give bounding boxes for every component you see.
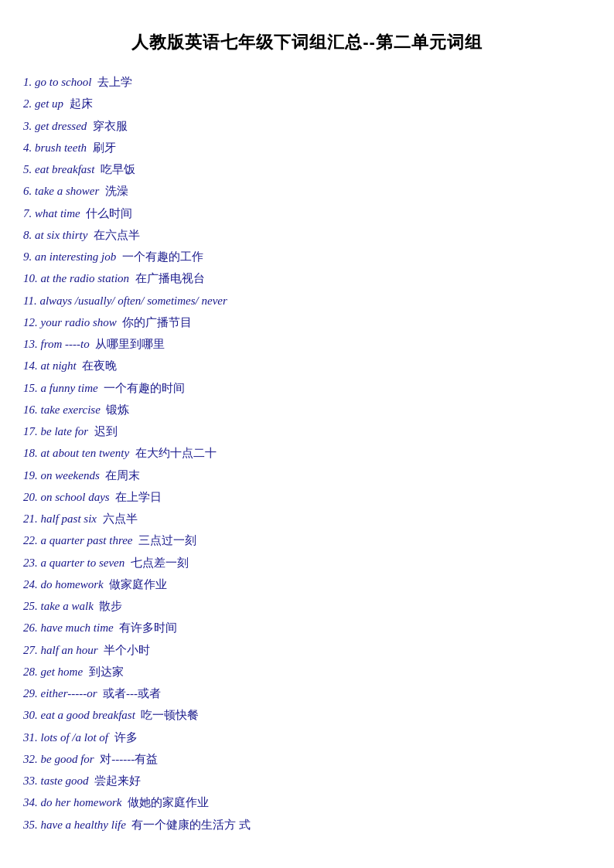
english-text: 31. lots of /a lot of [23, 731, 108, 744]
list-item: 25. take a walk 散步 [23, 595, 591, 617]
english-text: 10. at the radio station [23, 272, 129, 284]
english-text: 18. at about ten twenty [23, 447, 129, 459]
english-text: 34. do her homework [23, 796, 122, 808]
chinese-text: 一个有趣的工作 [122, 250, 203, 263]
list-item: 17. be late for 迟到 [23, 420, 591, 442]
english-text: 23. a quarter to seven [23, 557, 125, 569]
chinese-text: 穿衣服 [93, 120, 128, 132]
chinese-text: 在大约十点二十 [135, 447, 217, 459]
chinese-text: 对------有益 [100, 753, 158, 765]
list-item: 8. at six thirty 在六点半 [23, 224, 591, 246]
chinese-text: 做她的家庭作业 [128, 796, 209, 808]
list-item: 9. an interesting job 一个有趣的工作 [23, 246, 591, 267]
chinese-text: 在六点半 [94, 229, 140, 241]
english-text: 20. on school days [23, 491, 110, 503]
english-text: 27. half an hour [23, 644, 98, 656]
chinese-text: 从哪里到哪里 [95, 338, 165, 350]
list-item: 13. from ----to 从哪里到哪里 [23, 333, 591, 355]
list-item: 32. be good for 对------有益 [23, 748, 591, 770]
english-text: 15. a funny time [23, 382, 98, 394]
list-item: 15. a funny time 一个有趣的时间 [23, 377, 591, 399]
list-item: 5. eat breakfast 吃早饭 [23, 158, 591, 180]
chinese-text: 散步 [99, 600, 122, 612]
chinese-text: 在夜晚 [82, 359, 117, 372]
chinese-text: 去上学 [97, 76, 132, 88]
list-item: 26. have much time 有许多时间 [23, 617, 591, 638]
list-item: 4. brush teeth 刷牙 [23, 137, 591, 158]
list-item: 12. your radio show 你的广播节目 [23, 311, 591, 333]
chinese-text: 什么时间 [86, 207, 132, 220]
list-item: 3. get dressed 穿衣服 [23, 115, 591, 137]
english-text: 21. half past six [23, 512, 97, 525]
vocab-list: 1. go to school 去上学2. get up 起床3. get dr… [23, 71, 591, 836]
list-item: 34. do her homework 做她的家庭作业 [23, 791, 591, 813]
list-item: 6. take a shower 洗澡 [23, 180, 591, 202]
list-item: 7. what time 什么时间 [23, 203, 591, 224]
list-item: 19. on weekends 在周末 [23, 465, 591, 486]
list-item: 20. on school days 在上学日 [23, 486, 591, 508]
chinese-text: 三点过一刻 [138, 534, 196, 546]
chinese-text: 半个小时 [104, 644, 150, 656]
english-text: 16. take exercise [23, 403, 101, 416]
english-text: 2. get up [23, 97, 63, 110]
english-text: 5. eat breakfast [23, 163, 94, 175]
english-text: 32. be good for [23, 753, 94, 765]
list-item: 24. do homework 做家庭作业 [23, 574, 591, 595]
list-item: 33. taste good 尝起来好 [23, 770, 591, 791]
list-item: 14. at night 在夜晚 [23, 355, 591, 376]
english-text: 13. from ----to [23, 338, 90, 350]
english-text: 17. be late for [23, 425, 88, 437]
chinese-text: 刷牙 [93, 141, 116, 154]
list-item: 30. eat a good breakfast 吃一顿快餐 [23, 704, 591, 726]
chinese-text: 迟到 [94, 425, 118, 437]
list-item: 21. half past six 六点半 [23, 508, 591, 529]
english-text: 25. take a walk [23, 600, 94, 612]
list-item: 22. a quarter past three 三点过一刻 [23, 529, 591, 551]
chinese-text: 六点半 [103, 512, 138, 525]
english-text: 9. an interesting job [23, 250, 116, 263]
chinese-text: 在广播电视台 [135, 272, 205, 284]
chinese-text: 或者---或者 [103, 687, 161, 700]
chinese-text: 一个有趣的时间 [104, 382, 185, 394]
list-item: 1. go to school 去上学 [23, 71, 591, 93]
list-item: 27. half an hour 半个小时 [23, 639, 591, 661]
english-text: 26. have much time [23, 621, 114, 634]
english-text: 12. your radio show [23, 316, 117, 328]
english-text: 29. either-----or [23, 687, 97, 700]
english-text: 28. get home [23, 665, 83, 678]
chinese-text: 洗澡 [105, 185, 128, 197]
english-text: 8. at six thirty [23, 229, 87, 241]
chinese-text: 你的广播节目 [122, 316, 192, 328]
chinese-text: 七点差一刻 [131, 557, 189, 569]
list-item: 16. take exercise 锻炼 [23, 399, 591, 420]
english-text: 3. get dressed [23, 120, 87, 132]
chinese-text: 尝起来好 [94, 774, 141, 787]
chinese-text: 在上学日 [115, 491, 162, 503]
chinese-text: 许多 [114, 731, 138, 744]
list-item: 11. always /usually/ often/ sometimes/ n… [23, 290, 591, 311]
english-text: 6. take a shower [23, 185, 99, 197]
english-text: 35. have a healthy life [23, 819, 126, 831]
list-item: 18. at about ten twenty 在大约十点二十 [23, 442, 591, 464]
english-text: 33. taste good [23, 774, 89, 787]
chinese-text: 有许多时间 [119, 621, 177, 634]
english-text: 22. a quarter past three [23, 534, 133, 546]
english-text: 11. always /usually/ often/ sometimes/ n… [23, 294, 227, 307]
english-text: 4. brush teeth [23, 141, 87, 154]
list-item: 10. at the radio station 在广播电视台 [23, 267, 591, 289]
english-text: 14. at night [23, 359, 77, 372]
chinese-text: 吃一顿快餐 [141, 709, 199, 721]
list-item: 35. have a healthy life 有一个健康的生活方 式 [23, 814, 591, 836]
list-item: 23. a quarter to seven 七点差一刻 [23, 552, 591, 574]
chinese-text: 起床 [70, 97, 93, 110]
list-item: 29. either-----or 或者---或者 [23, 682, 591, 704]
english-text: 19. on weekends [23, 469, 100, 482]
chinese-text: 锻炼 [106, 403, 129, 416]
list-item: 28. get home 到达家 [23, 661, 591, 682]
english-text: 1. go to school [23, 76, 91, 88]
chinese-text: 有一个健康的生活方 式 [131, 819, 251, 831]
chinese-text: 到达家 [89, 665, 124, 678]
list-item: 2. get up 起床 [23, 93, 591, 114]
list-item: 31. lots of /a lot of 许多 [23, 727, 591, 748]
english-text: 7. what time [23, 207, 80, 220]
